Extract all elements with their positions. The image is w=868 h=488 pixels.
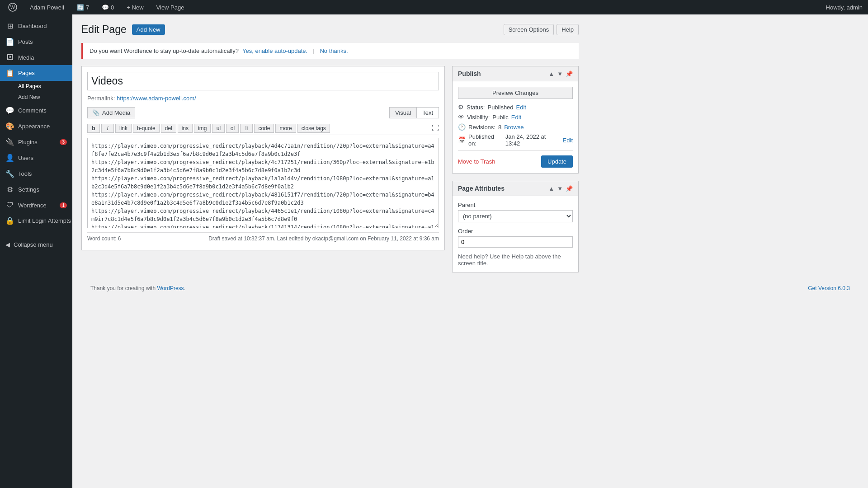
plugins-badge: 3	[60, 139, 67, 145]
sidebar-item-media[interactable]: 🖼 Media	[0, 50, 72, 65]
fmt-ol-button[interactable]: ol	[226, 124, 239, 133]
order-input[interactable]	[458, 236, 573, 248]
parent-select[interactable]: (no parent)	[458, 210, 573, 222]
sidebar-item-plugins[interactable]: 🔌 Plugins 3	[0, 134, 72, 150]
text-tab[interactable]: Text	[417, 108, 439, 118]
sidebar-item-settings[interactable]: ⚙ Settings	[0, 182, 72, 197]
collapse-menu-button[interactable]: ◀ Collapse menu	[0, 238, 72, 252]
fmt-b-button[interactable]: b	[87, 124, 100, 133]
sidebar-item-limit-login[interactable]: 🔒 Limit Login Attempts	[0, 213, 72, 229]
screen-options-button[interactable]: Screen Options	[504, 24, 554, 35]
visual-tab[interactable]: Visual	[390, 108, 417, 118]
sidebar-item-wordfence[interactable]: 🛡 Wordfence 1	[0, 197, 72, 213]
add-media-label: Add Media	[102, 109, 130, 116]
fmt-more-button[interactable]: more	[275, 124, 296, 133]
publish-panel: Publish ▲ ▼ 📌 Preview Changes ⚙ S	[452, 66, 579, 174]
footer-thank-you-text: Thank you for creating with	[90, 285, 156, 291]
preview-changes-button[interactable]: Preview Changes	[458, 87, 573, 99]
page-title-input[interactable]	[87, 72, 439, 90]
fmt-i-button[interactable]: i	[101, 124, 114, 133]
fullscreen-button[interactable]: ⛶	[432, 124, 439, 132]
help-text: Need help? Use the Help tab above the sc…	[458, 253, 573, 267]
published-on-edit-link[interactable]: Edit	[563, 137, 573, 144]
submenu-all-pages[interactable]: All Pages	[0, 81, 72, 92]
editor-box: Permalink: https://www.adam-powell.com/ …	[81, 66, 445, 250]
help-button[interactable]: Help	[557, 24, 579, 35]
wordfence-notice: Do you want Wordfence to stay up-to-date…	[81, 43, 579, 59]
sidebar-label-media: Media	[18, 54, 34, 61]
add-media-icon: 📎	[92, 109, 99, 116]
publish-collapse-icon[interactable]: ▲	[548, 70, 554, 77]
fmt-closetags-button[interactable]: close tags	[297, 124, 330, 133]
site-name-item[interactable]: Adam Powell	[27, 2, 67, 13]
fmt-del-button[interactable]: del	[161, 124, 176, 133]
text-editor-area[interactable]	[87, 138, 439, 228]
footer-thank-you: Thank you for creating with WordPress.	[90, 285, 185, 291]
add-new-button[interactable]: Add New	[132, 24, 165, 35]
attrs-collapse-icon[interactable]: ▲	[548, 185, 554, 192]
page-attributes-controls[interactable]: ▲ ▼ 📌	[548, 185, 573, 192]
fmt-bquote-button[interactable]: b-quote	[133, 124, 160, 133]
update-button[interactable]: Update	[541, 155, 573, 168]
sidebar-item-tools[interactable]: 🔧 Tools	[0, 166, 72, 182]
site-name-label: Adam Powell	[30, 4, 64, 11]
sidebar-item-appearance[interactable]: 🎨 Appearance	[0, 118, 72, 134]
editor-toolbar: 📎 Add Media Visual Text	[87, 107, 439, 118]
sidebar-item-comments[interactable]: 💬 Comments	[0, 103, 72, 118]
wp-logo-item[interactable]: W	[5, 1, 20, 14]
submenu-add-new[interactable]: Add New	[0, 92, 72, 103]
admin-sidebar: ⊞ Dashboard 📄 Posts 🖼 Media 📋 Pages All …	[0, 14, 72, 488]
publish-expand-icon[interactable]: ▼	[557, 70, 563, 77]
sidebar-label-dashboard: Dashboard	[18, 23, 47, 29]
fmt-code-button[interactable]: code	[254, 124, 274, 133]
fmt-ul-button[interactable]: ul	[212, 124, 225, 133]
publish-revisions-row: 🕐 Revisions: 8 Browse	[458, 123, 573, 131]
notice-text: Do you want Wordfence to stay up-to-date…	[90, 47, 239, 54]
view-page-label: View Page	[156, 4, 184, 11]
parent-label: Parent	[458, 202, 573, 208]
permalink-row: Permalink: https://www.adam-powell.com/	[87, 95, 439, 102]
sidebar-item-pages[interactable]: 📋 Pages	[0, 65, 72, 81]
attrs-pin-icon[interactable]: 📌	[566, 185, 573, 192]
permalink-label: Permalink:	[87, 95, 115, 102]
new-item[interactable]: + New	[124, 2, 146, 13]
visibility-edit-link[interactable]: Edit	[511, 114, 521, 121]
status-edit-link[interactable]: Edit	[516, 104, 526, 111]
collapse-label: Collapse menu	[14, 241, 53, 248]
posts-icon: 📄	[5, 38, 14, 46]
comments-item[interactable]: 💬 0	[99, 2, 117, 13]
sidebar-label-pages: Pages	[18, 70, 35, 76]
publish-footer: Move to Trash Update	[458, 150, 573, 168]
publish-pin-icon[interactable]: 📌	[566, 70, 573, 77]
fmt-link-button[interactable]: link	[115, 124, 132, 133]
admin-bar: W Adam Powell 🔄 7 💬 0 + New View Page Ho…	[0, 0, 868, 14]
published-on-value: Jan 24, 2022 at 13:42	[505, 133, 560, 147]
sidebar-item-users[interactable]: 👤 Users	[0, 150, 72, 166]
fmt-li-button[interactable]: li	[240, 124, 253, 133]
notice-yes-link[interactable]: Yes, enable auto-update.	[242, 47, 307, 54]
updates-item[interactable]: 🔄 7	[74, 2, 92, 13]
page-title: Edit Page	[81, 23, 127, 36]
footer-wordpress-link[interactable]: WordPress	[157, 285, 184, 291]
wp-logo-icon: W	[8, 3, 17, 12]
sidebar-item-posts[interactable]: 📄 Posts	[0, 34, 72, 50]
new-label: + New	[127, 4, 143, 11]
fmt-ins-button[interactable]: ins	[178, 124, 193, 133]
add-media-button[interactable]: 📎 Add Media	[87, 107, 135, 118]
attrs-expand-icon[interactable]: ▼	[557, 185, 563, 192]
sidebar-column: Publish ▲ ▼ 📌 Preview Changes ⚙ S	[452, 66, 579, 280]
order-label: Order	[458, 228, 573, 235]
permalink-link[interactable]: https://www.adam-powell.com/	[117, 95, 196, 102]
sidebar-item-dashboard[interactable]: ⊞ Dashboard	[0, 18, 72, 34]
publish-panel-controls[interactable]: ▲ ▼ 📌	[548, 70, 573, 77]
view-page-item[interactable]: View Page	[154, 2, 187, 13]
word-count-text: Word count: 6	[87, 235, 121, 242]
comments-icon: 💬	[102, 4, 109, 11]
footer-version-link[interactable]: Get Version 6.0.3	[808, 285, 850, 291]
revisions-browse-link[interactable]: Browse	[504, 124, 524, 131]
publish-status-row: ⚙ Status: Published Edit	[458, 103, 573, 111]
comments-menu-icon: 💬	[5, 106, 14, 115]
notice-no-link[interactable]: No thanks.	[320, 47, 348, 54]
fmt-img-button[interactable]: img	[194, 124, 211, 133]
move-to-trash-link[interactable]: Move to Trash	[458, 158, 495, 165]
